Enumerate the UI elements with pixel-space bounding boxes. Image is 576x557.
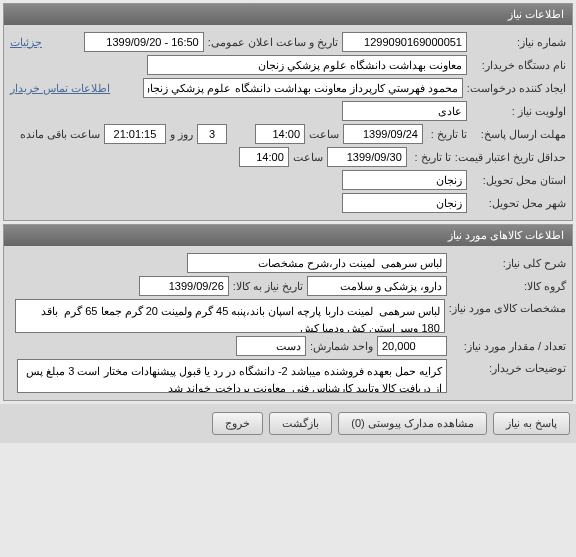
city-label: شهر محل تحویل: (471, 197, 566, 210)
unit-input[interactable] (236, 336, 306, 356)
to-date-label: تا تاریخ : (427, 128, 467, 141)
button-bar: پاسخ به نیاز مشاهده مدارک پیوستی (0) باز… (0, 404, 576, 443)
day-and-label: روز و (170, 128, 193, 141)
buyer-notes-textarea[interactable] (17, 359, 447, 393)
qty-input[interactable] (377, 336, 447, 356)
view-attachments-button[interactable]: مشاهده مدارک پیوستی (0) (338, 412, 487, 435)
need-number-input[interactable] (342, 32, 467, 52)
panel-body-2: شرح کلی نیاز: گروه کالا: تاریخ نیاز به ک… (4, 246, 572, 400)
priority-label: اولویت نیاز : (471, 105, 566, 118)
deadline-date-input[interactable] (343, 124, 423, 144)
price-valid-time-input[interactable] (239, 147, 289, 167)
need-number-label: شماره نیاز: (471, 36, 566, 49)
need-desc-label: شرح کلی نیاز: (451, 257, 566, 270)
creator-label: ایجاد کننده درخواست: (467, 82, 566, 95)
remaining-label: ساعت باقی مانده (20, 128, 100, 141)
panel-title: اطلاعات نیاز (508, 8, 564, 20)
goods-info-panel: اطلاعات کالاهای مورد نیاز شرح کلی نیاز: … (3, 224, 573, 401)
need-by-date-input[interactable] (139, 276, 229, 296)
public-date-label: تاریخ و ساعت اعلان عمومی: (208, 36, 338, 49)
time-label-1: ساعت (309, 128, 339, 141)
city-input[interactable] (342, 193, 467, 213)
goods-group-input[interactable] (307, 276, 447, 296)
details-link[interactable]: جزئیات (10, 36, 42, 49)
priority-input[interactable] (342, 101, 467, 121)
province-input[interactable] (342, 170, 467, 190)
qty-label: تعداد / مقدار مورد نیاز: (451, 340, 566, 353)
need-info-panel: اطلاعات نیاز شماره نیاز: تاریخ و ساعت اع… (3, 3, 573, 221)
panel-title-2: اطلاعات کالاهای مورد نیاز (448, 229, 564, 241)
to-date-label2: تا تاریخ : (411, 151, 451, 164)
remaining-time-input[interactable] (104, 124, 166, 144)
buyer-org-input[interactable] (147, 55, 467, 75)
goods-spec-textarea[interactable] (15, 299, 445, 333)
back-button[interactable]: بازگشت (269, 412, 332, 435)
panel-header: اطلاعات نیاز (4, 4, 572, 25)
remaining-days-input[interactable] (197, 124, 227, 144)
province-label: استان محل تحویل: (471, 174, 566, 187)
panel-header-2: اطلاعات کالاهای مورد نیاز (4, 225, 572, 246)
deadline-label: مهلت ارسال پاسخ: (471, 128, 566, 141)
buyer-contact-link[interactable]: اطلاعات تماس خریدار (10, 82, 110, 95)
exit-button[interactable]: خروج (212, 412, 263, 435)
unit-label: واحد شمارش: (310, 340, 373, 353)
need-desc-input[interactable] (187, 253, 447, 273)
deadline-time-input[interactable] (255, 124, 305, 144)
time-label-2: ساعت (293, 151, 323, 164)
goods-spec-label: مشخصات کالای مورد نیاز: (449, 299, 566, 315)
goods-group-label: گروه کالا: (451, 280, 566, 293)
buyer-notes-label: توضیحات خریدار: (451, 359, 566, 375)
panel-body: شماره نیاز: تاریخ و ساعت اعلان عمومی: جز… (4, 25, 572, 220)
price-valid-date-input[interactable] (327, 147, 407, 167)
need-by-date-label: تاریخ نیاز به کالا: (233, 280, 303, 293)
reply-button[interactable]: پاسخ به نیاز (493, 412, 570, 435)
price-valid-label: حداقل تاریخ اعتبار قیمت: (455, 151, 566, 164)
creator-input[interactable] (143, 78, 463, 98)
buyer-org-label: نام دستگاه خریدار: (471, 59, 566, 72)
public-date-input[interactable] (84, 32, 204, 52)
